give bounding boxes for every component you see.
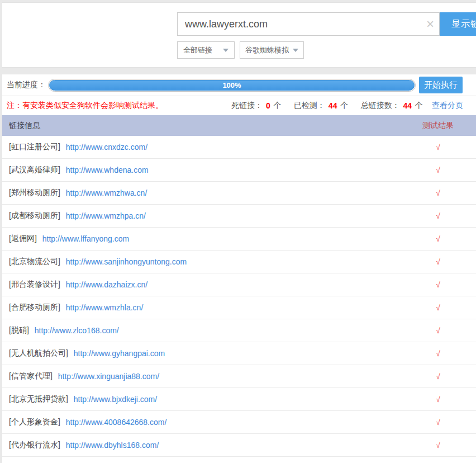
row-result-check: √ xyxy=(407,395,469,404)
row-link-info: [脱硝] http://www.zlco168.com/ xyxy=(2,325,407,336)
row-link-info: [个人形象资金] http://www.4008642668.com/ xyxy=(2,417,407,427)
table-row: [无人机航拍公司] http://www.gyhangpai.com √ xyxy=(2,342,476,365)
row-result-check: √ xyxy=(407,257,469,266)
table-row: [郑州移动厕所] http://www.wmzhwa.cn/ √ xyxy=(2,182,476,205)
url-input-row: × 显示链接 xyxy=(177,12,476,36)
row-url-link[interactable]: http://www.xinguanjia88.com/ xyxy=(58,372,159,381)
link-checker-page: × 显示链接 全部链接 谷歌蜘蛛模拟 当前进度： 100% 开始执行 注：有安装… xyxy=(0,0,476,463)
table-row: [武汉离婚律师] http://www.whdena.com √ xyxy=(2,159,476,182)
row-link-info: [信管家代理] http://www.xinguanjia88.com/ xyxy=(2,371,407,381)
show-links-button[interactable]: 显示链接 xyxy=(440,12,476,36)
warning-note: 注：有安装类似安全狗软件会影响测试结果。 xyxy=(7,101,163,111)
row-link-info: [成都移动厕所] http://www.wmzhpa.cn/ xyxy=(2,211,407,221)
row-anchor-label: [信管家代理] xyxy=(9,371,53,381)
row-url-link[interactable]: http://www.dbyhls168.com/ xyxy=(66,441,159,450)
row-result-check: √ xyxy=(407,303,469,312)
column-link-info: 链接信息 xyxy=(2,121,407,131)
row-url-link[interactable]: http://www.cnxdzc.com/ xyxy=(66,143,147,152)
table-row: [北京物流公司] http://www.sanjinhongyuntong.co… xyxy=(2,251,476,273)
progress-bar: 100% xyxy=(48,79,416,92)
chevron-down-icon xyxy=(293,49,298,52)
row-link-info: [虹口注册公司] http://www.cnxdzc.com/ xyxy=(2,142,407,152)
row-anchor-label: [北京物流公司] xyxy=(9,257,60,267)
row-anchor-label: [合肥移动厕所] xyxy=(9,303,60,313)
total-links-unit: 个 xyxy=(415,101,423,111)
row-url-link[interactable]: http://www.wmzhwa.cn/ xyxy=(66,188,147,197)
row-anchor-label: [代办银行流水] xyxy=(9,440,60,450)
row-result-check: √ xyxy=(407,280,469,289)
row-url-link[interactable]: http://www.gyhangpai.com xyxy=(74,349,165,358)
row-anchor-label: [个人形象资金] xyxy=(9,417,60,427)
row-url-link[interactable]: http://www.whdena.com xyxy=(66,166,149,174)
clear-input-icon[interactable]: × xyxy=(426,17,434,31)
table-row: [虹口注册公司] http://www.cnxdzc.com/ √ xyxy=(2,136,476,159)
dead-links-value: 0 xyxy=(265,101,272,110)
url-input[interactable] xyxy=(177,12,440,36)
row-result-check: √ xyxy=(407,234,469,243)
row-url-link[interactable]: http://www.4008642668.com/ xyxy=(66,418,167,427)
checked-value: 44 xyxy=(327,101,339,110)
row-result-check: √ xyxy=(407,441,469,450)
column-test-result: 测试结果 xyxy=(407,121,469,131)
link-filter-dropdown[interactable]: 全部链接 xyxy=(177,41,235,59)
row-anchor-label: [脱硝] xyxy=(9,325,29,336)
row-result-check: √ xyxy=(407,211,469,220)
row-url-link[interactable]: http://www.bjxdkeji.com/ xyxy=(74,395,157,404)
progress-bar-fill: 100% xyxy=(49,80,415,91)
row-anchor-label: [北京无抵押贷款] xyxy=(9,394,68,404)
link-filter-value: 全部链接 xyxy=(183,45,212,55)
row-anchor-label: [成都移动厕所] xyxy=(9,211,60,221)
row-result-check: √ xyxy=(407,418,469,427)
row-anchor-label: [虹口注册公司] xyxy=(9,142,60,152)
status-row: 注：有安装类似安全狗软件会影响测试结果。 死链接： 0 个 已检测： 44 个 … xyxy=(2,96,476,115)
row-link-info: [代办银行流水] http://www.dbyhls168.com/ xyxy=(2,440,407,450)
total-links-value: 44 xyxy=(402,101,413,110)
row-anchor-label: [返佣网] xyxy=(9,234,37,244)
row-url-link[interactable]: http://www.zlco168.com/ xyxy=(35,326,119,335)
row-url-link[interactable]: http://www.wmzhpa.cn/ xyxy=(66,211,146,220)
row-result-check: √ xyxy=(407,143,469,152)
table-row: [脱硝] http://www.zlco168.com/ √ xyxy=(2,319,476,342)
row-link-info: [北京无抵押贷款] http://www.bjxdkeji.com/ xyxy=(2,394,407,404)
table-row: [信管家代理] http://www.xinguanjia88.com/ √ xyxy=(2,365,476,388)
row-link-info: [返佣网] http://www.lffanyong.com xyxy=(2,234,407,244)
view-pagination-link[interactable]: 查看分页 xyxy=(432,101,463,111)
row-url-link[interactable]: http://www.dazhaizx.cn/ xyxy=(66,280,147,289)
stats-summary: 死链接： 0 个 已检测： 44 个 总链接数： 44 个 查看分页 xyxy=(231,101,463,111)
spider-mode-value: 谷歌蜘蛛模拟 xyxy=(245,45,289,55)
table-row: [合肥移动厕所] http://www.wmzhla.cn/ √ xyxy=(2,296,476,319)
total-links-label: 总链接数： xyxy=(360,101,399,111)
row-anchor-label: [郑州移动厕所] xyxy=(9,188,60,198)
chevron-down-icon xyxy=(223,49,229,52)
row-anchor-label: [武汉离婚律师] xyxy=(9,165,60,175)
row-url-link[interactable]: http://www.sanjinhongyuntong.com xyxy=(66,257,187,266)
table-row: [北京无抵押贷款] http://www.bjxdkeji.com/ √ xyxy=(2,388,476,411)
row-url-link[interactable]: http://www.lffanyong.com xyxy=(42,234,129,243)
row-url-link[interactable]: http://www.wmzhla.cn/ xyxy=(66,303,144,312)
progress-row: 当前进度： 100% 开始执行 xyxy=(2,74,476,96)
row-link-info: [北京物流公司] http://www.sanjinhongyuntong.co… xyxy=(2,257,407,267)
search-panel: × 显示链接 全部链接 谷歌蜘蛛模拟 xyxy=(2,2,476,68)
row-result-check: √ xyxy=(407,349,469,358)
row-result-check: √ xyxy=(407,166,469,174)
results-panel: 当前进度： 100% 开始执行 注：有安装类似安全狗软件会影响测试结果。 死链接… xyxy=(2,74,476,463)
table-header: 链接信息 测试结果 xyxy=(2,115,476,136)
row-anchor-label: [无人机航拍公司] xyxy=(9,348,68,358)
table-row: [邢台装修设计] http://www.dazhaizx.cn/ √ xyxy=(2,273,476,296)
spider-mode-dropdown[interactable]: 谷歌蜘蛛模拟 xyxy=(240,41,304,59)
row-result-check: √ xyxy=(407,326,469,335)
url-input-wrap: × xyxy=(177,12,440,36)
table-row: [返佣网] http://www.lffanyong.com √ xyxy=(2,228,476,251)
link-table-body: [虹口注册公司] http://www.cnxdzc.com/ √ [武汉离婚律… xyxy=(2,136,476,457)
row-link-info: [无人机航拍公司] http://www.gyhangpai.com xyxy=(2,348,407,358)
row-link-info: [郑州移动厕所] http://www.wmzhwa.cn/ xyxy=(2,188,407,198)
start-button[interactable]: 开始执行 xyxy=(419,77,463,93)
row-result-check: √ xyxy=(407,188,469,197)
filter-row: 全部链接 谷歌蜘蛛模拟 xyxy=(177,41,304,59)
dead-links-label: 死链接： xyxy=(231,101,263,111)
table-row: [代办银行流水] http://www.dbyhls168.com/ √ xyxy=(2,434,476,457)
row-link-info: [武汉离婚律师] http://www.whdena.com xyxy=(2,165,407,175)
table-row: [成都移动厕所] http://www.wmzhpa.cn/ √ xyxy=(2,205,476,228)
row-link-info: [邢台装修设计] http://www.dazhaizx.cn/ xyxy=(2,280,407,290)
row-link-info: [合肥移动厕所] http://www.wmzhla.cn/ xyxy=(2,303,407,313)
